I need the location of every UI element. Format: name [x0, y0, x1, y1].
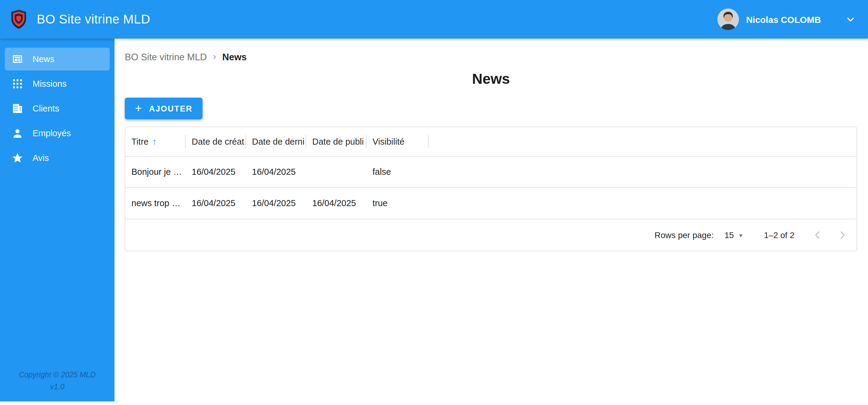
- breadcrumb: BO Site vitrine MLD › News: [125, 51, 857, 63]
- newspaper-icon: [11, 53, 24, 66]
- next-page-button[interactable]: [832, 224, 854, 246]
- cell-visibilite: true: [367, 187, 429, 219]
- column-header-visibilite[interactable]: Visibilité: [367, 127, 429, 156]
- table-row[interactable]: Bonjour je … 16/04/2025 16/04/2025 false: [125, 156, 857, 187]
- sidebar-item-label: Avis: [33, 153, 49, 163]
- column-header-label: Titre: [131, 137, 149, 147]
- add-button[interactable]: + AJOUTER: [125, 98, 203, 119]
- add-button-label: AJOUTER: [149, 104, 192, 113]
- table-pagination: Rows per page: 15 ▼ 1–2 of 2: [125, 219, 857, 251]
- column-header-label: Visibilité: [373, 137, 404, 147]
- plus-icon: +: [135, 102, 142, 114]
- topbar: BO Site vitrine MLD Nicolas COLOMB: [0, 0, 868, 38]
- column-header-filler: [429, 127, 857, 156]
- cell-date-creation: 16/04/2025: [186, 187, 246, 219]
- star-icon: [11, 151, 24, 164]
- app-logo-icon: [10, 9, 28, 30]
- previous-page-button[interactable]: [807, 224, 828, 246]
- select-caret-icon: ▼: [738, 232, 744, 238]
- cell-visibilite: false: [367, 156, 429, 187]
- chevron-right-icon: [836, 228, 849, 242]
- cell-date-creation: 16/04/2025: [186, 156, 246, 187]
- table-header-row: Titre ↑ Date de créat Date de derni: [125, 127, 857, 156]
- rows-per-page-select[interactable]: 15 ▼: [724, 230, 744, 240]
- column-header-date-publication[interactable]: Date de publi: [306, 127, 367, 156]
- sidebar-item-missions[interactable]: Missions: [5, 72, 110, 95]
- body-row: News Missions: [0, 38, 868, 401]
- cell-date-publication: [306, 156, 367, 187]
- data-table-card: Titre ↑ Date de créat Date de derni: [125, 127, 857, 251]
- sidebar-copyright: Copyright © 2025 MLD v1.0: [0, 369, 115, 402]
- grid-dots-icon: [11, 77, 24, 90]
- sidebar-item-employes[interactable]: Employés: [5, 122, 110, 145]
- cell-filler: [429, 187, 857, 219]
- column-header-label: Date de publi: [312, 137, 364, 147]
- breadcrumb-current: News: [222, 52, 247, 62]
- sidebar-item-label: News: [33, 54, 55, 64]
- cell-date-derniere: 16/04/2025: [246, 187, 306, 219]
- building-icon: [11, 102, 24, 115]
- bottom-strip: [0, 401, 868, 405]
- pagination-range: 1–2 of 2: [764, 230, 795, 240]
- page-title: News: [125, 70, 857, 87]
- rows-per-page-value: 15: [724, 230, 734, 240]
- column-header-titre[interactable]: Titre ↑: [125, 127, 186, 156]
- news-table: Titre ↑ Date de créat Date de derni: [125, 127, 857, 219]
- copyright-text: Copyright © 2025 MLD: [7, 369, 107, 381]
- app-root: BO Site vitrine MLD Nicolas COLOMB: [0, 0, 868, 405]
- person-icon: [11, 127, 24, 140]
- user-menu-button[interactable]: Nicolas COLOMB: [717, 8, 857, 30]
- breadcrumb-separator-icon: ›: [213, 51, 216, 63]
- app-window: BO Site vitrine MLD Nicolas COLOMB: [0, 0, 868, 405]
- user-avatar: [717, 8, 739, 30]
- version-text: v1.0: [7, 381, 107, 394]
- user-name: Nicolas COLOMB: [746, 14, 821, 24]
- sidebar-item-label: Employés: [33, 128, 71, 138]
- sidebar-item-news[interactable]: News: [5, 48, 110, 70]
- column-header-label: Date de derni: [252, 137, 304, 147]
- sidebar-item-label: Clients: [33, 104, 59, 113]
- cell-filler: [429, 156, 857, 187]
- breadcrumb-root[interactable]: BO Site vitrine MLD: [125, 52, 207, 62]
- chevron-left-icon: [811, 228, 824, 242]
- sidebar-nav: News Missions: [0, 46, 115, 369]
- sort-ascending-icon: ↑: [152, 137, 157, 146]
- column-header-label: Date de créat: [192, 137, 244, 147]
- sidebar-item-avis[interactable]: Avis: [5, 147, 110, 169]
- sidebar-item-clients[interactable]: Clients: [5, 97, 110, 120]
- cell-date-publication: 16/04/2025: [306, 187, 367, 219]
- column-header-date-derniere[interactable]: Date de derni: [246, 127, 306, 156]
- chevron-down-icon[interactable]: [844, 13, 857, 26]
- main-content: BO Site vitrine MLD › News News + AJOUTE…: [115, 38, 868, 401]
- rows-per-page-label: Rows per page:: [655, 230, 714, 240]
- sidebar-item-label: Missions: [33, 79, 67, 89]
- sidebar: News Missions: [0, 38, 115, 401]
- cell-titre: Bonjour je …: [125, 156, 186, 187]
- column-header-date-creation[interactable]: Date de créat: [186, 127, 246, 156]
- app-title: BO Site vitrine MLD: [37, 12, 150, 27]
- table-row[interactable]: news trop … 16/04/2025 16/04/2025 16/04/…: [125, 187, 857, 219]
- cell-titre: news trop …: [125, 187, 186, 219]
- cell-date-derniere: 16/04/2025: [246, 156, 306, 187]
